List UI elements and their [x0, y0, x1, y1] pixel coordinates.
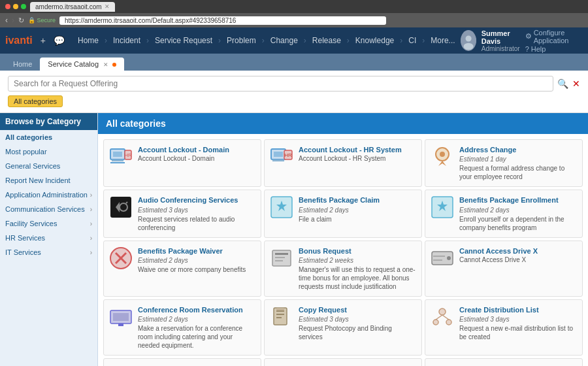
category-content: Account Lockout - HR System Account Lock… — [299, 145, 416, 163]
svg-rect-26 — [275, 257, 285, 258]
tab-home[interactable]: Home — [5, 58, 40, 71]
refresh-button[interactable]: ↻ — [18, 16, 24, 25]
category-icon-address — [431, 145, 454, 169]
top-nav: ivanti + 💬 Home › Incident › Service Req… — [0, 27, 588, 54]
tab-service-catalog[interactable]: Service Catalog ✕ — [40, 58, 124, 71]
sidebar-item-incident[interactable]: Report New Incident — [0, 173, 97, 188]
category-title[interactable]: Benefits Package Enrollment — [459, 195, 577, 205]
tab-indicator — [112, 63, 116, 67]
sidebar-item-hr[interactable]: HR Services › — [0, 231, 97, 245]
category-content: Create Distribution List Estimated 3 day… — [459, 305, 577, 341]
category-title[interactable]: Create Distribution List — [459, 305, 577, 314]
sidebar-item-popular[interactable]: Most popular — [0, 144, 97, 159]
all-categories-filter[interactable]: All categories — [8, 95, 63, 107]
tab-close-icon[interactable]: ✕ — [105, 3, 110, 10]
category-item: Data Backup Estimated 3 days Request for… — [264, 358, 422, 366]
category-description: File a claim — [299, 215, 416, 224]
add-button[interactable]: + — [38, 34, 48, 47]
category-grid: HR Account Lockout - Domain Account Lock… — [98, 134, 588, 366]
sidebar-item-general[interactable]: General Services — [0, 159, 97, 173]
category-title[interactable]: Copy Request — [299, 305, 416, 314]
search-clear-button[interactable]: ✕ — [572, 78, 580, 89]
svg-point-1 — [465, 35, 471, 41]
sidebar-item-all[interactable]: All categories — [0, 130, 97, 144]
configure-app-link[interactable]: ⚙ Configure Application — [525, 29, 583, 44]
category-description: Account Lockout - HR System — [299, 154, 416, 163]
category-title[interactable]: Audio Conferencing Services — [138, 195, 255, 205]
tab-close-button[interactable]: ✕ — [103, 61, 108, 68]
category-title[interactable]: Account Lockout - HR System — [299, 145, 416, 154]
category-icon-bonus — [270, 246, 293, 270]
category-icon-conference — [109, 305, 133, 329]
svg-rect-31 — [433, 259, 442, 261]
svg-rect-6 — [110, 162, 125, 163]
search-input[interactable] — [8, 76, 553, 92]
category-estimate: Estimated 3 days — [299, 316, 416, 323]
back-button[interactable]: ‹ — [5, 16, 8, 25]
category-content: Benefits Package Enrollment Estimated 2 … — [459, 195, 577, 231]
search-row: 🔍 ✕ — [8, 76, 580, 92]
user-name: Summer Davis — [482, 29, 520, 45]
category-description: Request a formal address change to your … — [459, 164, 577, 181]
help-link[interactable]: ? Help — [525, 45, 583, 53]
category-item: Benefits Package Waiver Estimated 2 days… — [103, 241, 261, 297]
category-icon-drive — [431, 246, 454, 270]
svg-point-2 — [463, 43, 473, 50]
user-info: Summer Davis Administrator — [482, 29, 520, 52]
category-content: Benefits Package Claim Estimated 2 days … — [299, 195, 416, 223]
chevron-right-icon: › — [90, 206, 92, 213]
category-title[interactable]: Account Lockout - Domain — [138, 145, 255, 154]
chevron-right-icon: › — [90, 220, 92, 227]
nav-service-request[interactable]: Service Request — [151, 33, 216, 48]
svg-text:HR: HR — [124, 152, 132, 158]
category-title[interactable]: Cannot Access Drive X — [459, 246, 577, 256]
category-item: Daily Backup Failure Daily Backup Failur… — [103, 358, 261, 366]
config-links: ⚙ Configure Application ? Help — [525, 29, 583, 53]
minimize-dot[interactable] — [13, 4, 18, 9]
category-title[interactable]: Benefits Package Waiver — [138, 246, 255, 256]
nav-more[interactable]: More... — [427, 33, 459, 48]
content-area: 🔍 ✕ All categories Browse by Category Al… — [0, 71, 588, 366]
category-item: HR Account Lockout - Domain Account Lock… — [103, 139, 261, 187]
category-icon-audio — [109, 195, 133, 219]
category-content: Account Lockout - Domain Account Lockout… — [138, 145, 255, 163]
close-dot[interactable] — [5, 4, 10, 9]
address-input[interactable]: https://amdermo.itrsaaoit.com/Default.as… — [59, 16, 386, 25]
category-title[interactable]: Address Change — [459, 145, 577, 154]
ivanti-logo: ivanti — [5, 35, 33, 46]
svg-rect-27 — [275, 260, 283, 261]
search-bar: 🔍 ✕ All categories — [0, 71, 588, 113]
browser-tab[interactable]: amdermo.itrsaaoit.com ✕ — [30, 2, 115, 12]
nav-home[interactable]: Home — [74, 33, 103, 48]
browser-chrome: amdermo.itrsaaoit.com ✕ — [0, 0, 588, 13]
nav-change[interactable]: Change — [267, 33, 302, 48]
svg-rect-5 — [112, 159, 123, 161]
sidebar-item-it[interactable]: IT Services › — [0, 245, 97, 259]
svg-rect-36 — [276, 310, 284, 312]
chevron-right-icon: › — [90, 235, 92, 242]
sidebar-item-communication[interactable]: Communication Services › — [0, 202, 97, 216]
avatar-image — [461, 30, 476, 51]
user-role: Administrator — [482, 45, 520, 52]
content-header: All categories — [98, 113, 588, 134]
nav-problem[interactable]: Problem — [223, 33, 260, 48]
nav-release[interactable]: Release — [308, 33, 345, 48]
search-button[interactable]: 🔍 — [557, 78, 568, 89]
sidebar-item-app-admin[interactable]: Application Administration › — [0, 188, 97, 202]
tab-label: amdermo.itrsaaoit.com — [35, 3, 102, 10]
chat-button[interactable]: 💬 — [51, 34, 67, 47]
nav-knowledge[interactable]: Knowledge — [351, 33, 398, 48]
svg-line-18 — [126, 202, 127, 203]
sidebar-header: Browse by Category — [0, 113, 97, 130]
category-content: Address Change Estimated 1 day Request a… — [459, 145, 577, 181]
category-item: Address Change Estimated 1 day Request a… — [425, 139, 583, 187]
sidebar-item-facility[interactable]: Facility Services › — [0, 216, 97, 231]
category-title[interactable]: Conference Room Reservation — [138, 305, 255, 314]
category-title[interactable]: Benefits Package Claim — [299, 195, 416, 205]
category-content: Audio Conferencing Services Estimated 3 … — [138, 195, 255, 231]
nav-incident[interactable]: Incident — [109, 33, 144, 48]
forward-button[interactable]: › — [12, 16, 14, 25]
maximize-dot[interactable] — [21, 4, 26, 9]
nav-ci[interactable]: CI — [404, 33, 420, 48]
category-title[interactable]: Bonus Request — [299, 246, 416, 256]
